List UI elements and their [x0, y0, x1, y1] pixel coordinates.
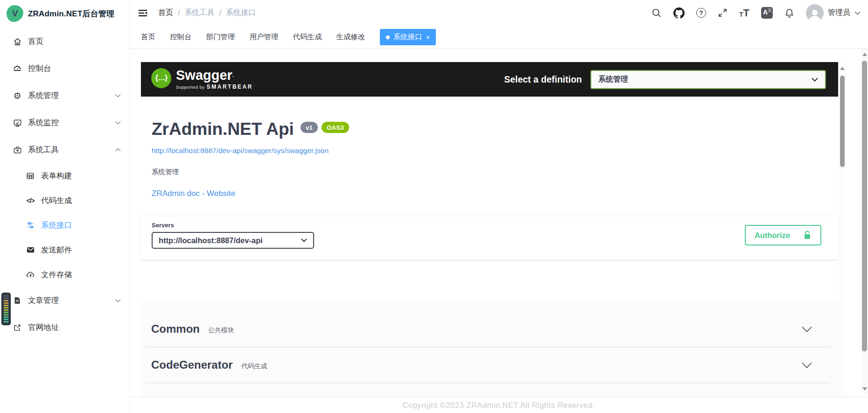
tab-user-admin[interactable]: 用户管理: [250, 32, 279, 42]
tab-bar: 首页 控制台 部门管理 用户管理 代码生成 生成修改 系统接口 ×: [129, 26, 868, 49]
sidebar-item-label: 系统工具: [28, 145, 59, 155]
inner-scrollbar[interactable]: [839, 62, 846, 397]
swagger-tm-dot: .: [232, 72, 234, 78]
swagger-logo-icon: {…}: [151, 68, 171, 88]
sidebar-item-label: 系统接口: [41, 220, 72, 231]
chevron-down-icon: [115, 121, 121, 125]
sidebar-item-label: 文章管理: [28, 295, 59, 306]
sidebar-item-send-mail[interactable]: 发送邮件: [0, 238, 129, 262]
sidebar-item-label: 系统管理: [28, 91, 59, 101]
chevron-down-icon: [115, 94, 121, 98]
scroll-up-arrow[interactable]: [840, 67, 845, 70]
sliders-icon: [24, 221, 36, 230]
outer-scrollbar-thumb[interactable]: [862, 61, 867, 351]
tab-generation-edit[interactable]: 生成修改: [336, 32, 365, 42]
inner-scrollbar-thumb[interactable]: [840, 76, 845, 167]
sidebar-item-system-admin[interactable]: ⚙ 系统管理: [0, 82, 129, 109]
smartbear-logo-text: SMARTBEAR: [207, 84, 253, 90]
tag-name: Common: [151, 322, 200, 336]
tab-code-generation[interactable]: 代码生成: [293, 32, 322, 42]
swagger-supported-by: Supported by SMARTBEAR: [176, 82, 253, 91]
navbar-actions: ? TT A 文 管理员: [651, 4, 861, 22]
servers-block: Servers http://localhost:8887/dev-api: [152, 222, 314, 249]
sidebar-fold-icon[interactable]: [138, 8, 148, 18]
help-icon[interactable]: ?: [696, 8, 706, 18]
unlock-icon: [803, 231, 812, 240]
browser-extension-widget[interactable]: [1, 293, 11, 325]
scroll-up-arrow[interactable]: [862, 53, 867, 56]
sidebar-item-form-builder[interactable]: 表单构建: [0, 163, 129, 188]
text-size-icon[interactable]: TT: [739, 8, 749, 18]
breadcrumb-home[interactable]: 首页: [158, 8, 173, 18]
doc-website-link[interactable]: ZRAdmin doc - Website: [152, 189, 235, 198]
sidebar-item-label: 系统监控: [28, 118, 59, 128]
sidebar-item-system-api[interactable]: 系统接口: [0, 213, 129, 238]
sidebar-item-system-monitor[interactable]: 系统监控: [0, 109, 129, 136]
sidebar-item-code-generation[interactable]: </> 代码生成: [0, 188, 129, 213]
sidebar-item-dashboard[interactable]: 控制台: [0, 55, 129, 82]
mail-icon: [24, 245, 36, 254]
sidebar-item-system-tools[interactable]: 系统工具: [0, 136, 129, 163]
code-icon: </>: [24, 197, 36, 204]
oas3-badge: OAS3: [322, 122, 349, 133]
sidebar-item-label: 代码生成: [41, 196, 72, 206]
breadcrumb-separator: /: [219, 9, 221, 17]
sidebar-item-official-site[interactable]: 官网地址: [0, 314, 129, 341]
chevron-down-icon[interactable]: [802, 362, 812, 368]
definition-select[interactable]: 系统管理: [590, 70, 826, 89]
definition-selector: Select a definition 系统管理: [504, 70, 826, 89]
tag-section-common[interactable]: Common 公共模块: [146, 311, 830, 347]
tab-dashboard[interactable]: 控制台: [170, 32, 192, 42]
sidebar-item-file-storage[interactable]: 文件存储: [0, 262, 129, 287]
translate-icon[interactable]: A 文: [761, 7, 773, 19]
authorize-button[interactable]: Authorize: [745, 225, 821, 245]
spec-url-link[interactable]: http://localhost:8887/dev-api/swagger/sy…: [152, 147, 329, 155]
outer-scrollbar[interactable]: [861, 49, 868, 394]
home-icon: [11, 37, 23, 46]
api-title: ZrAdmin.NET Api: [152, 118, 294, 140]
search-icon[interactable]: [651, 8, 662, 18]
chevron-down-icon: [301, 238, 307, 242]
chevron-down-icon: [115, 299, 121, 302]
chevron-down-icon[interactable]: [802, 326, 812, 332]
tag-name: CodeGenerator: [151, 358, 233, 371]
server-select-value: http://localhost:8887/dev-api: [159, 236, 263, 245]
tab-home[interactable]: 首页: [141, 32, 155, 42]
content-area: {…} Swagger. Supported by SMARTBEAR Sele…: [129, 49, 868, 397]
tab-label: 系统接口: [393, 32, 422, 42]
version-badge: v1: [301, 122, 318, 133]
definition-select-value: 系统管理: [598, 75, 628, 84]
footer: Copyright ©2023 ZRAdmin.NET All Rights R…: [129, 397, 868, 413]
scheme-container: Servers http://localhost:8887/dev-api Au…: [141, 216, 838, 260]
swagger-topbar: {…} Swagger. Supported by SMARTBEAR Sele…: [141, 62, 838, 97]
toolbox-icon: [11, 146, 23, 154]
tag-section-codegenerator[interactable]: CodeGenerator 代码生成: [146, 347, 830, 383]
app-logo: V: [7, 5, 23, 22]
sidebar: V ZRAdmin.NET后台管理 首页 控制台 ⚙ 系统管理: [0, 0, 129, 413]
bell-icon[interactable]: [784, 8, 794, 18]
app-logo-row[interactable]: V ZRAdmin.NET后台管理: [0, 0, 129, 27]
servers-label: Servers: [152, 222, 314, 229]
tab-close-icon[interactable]: ×: [426, 34, 430, 41]
tab-system-api-active[interactable]: 系统接口 ×: [380, 29, 436, 45]
gear-icon: ⚙: [11, 91, 23, 101]
sidebar-item-label: 文件存储: [41, 270, 72, 280]
server-select[interactable]: http://localhost:8887/dev-api: [152, 232, 314, 249]
table-icon: [24, 172, 36, 180]
tag-description: 代码生成: [241, 362, 267, 371]
tab-dept-admin[interactable]: 部门管理: [206, 32, 235, 42]
user-menu[interactable]: 管理员: [806, 4, 861, 22]
sidebar-item-article-admin[interactable]: 文章管理: [0, 287, 129, 314]
scroll-down-arrow[interactable]: [862, 387, 867, 391]
sidebar-item-home[interactable]: 首页: [0, 28, 129, 55]
sidebar-item-label: 官网地址: [28, 322, 59, 333]
api-description: 系统管理: [152, 168, 827, 176]
github-icon[interactable]: [673, 7, 685, 19]
breadcrumb-system-tools: 系统工具: [184, 8, 214, 18]
dashboard-icon: [11, 64, 23, 73]
chevron-down-icon: [812, 77, 818, 82]
top-navbar: 首页 / 系统工具 / 系统接口 ? TT A 文: [129, 0, 868, 26]
api-tag-list: Common 公共模块 CodeGenerator 代码生成: [141, 301, 838, 397]
fullscreen-icon[interactable]: [718, 8, 728, 18]
cloud-upload-icon: [24, 270, 36, 279]
